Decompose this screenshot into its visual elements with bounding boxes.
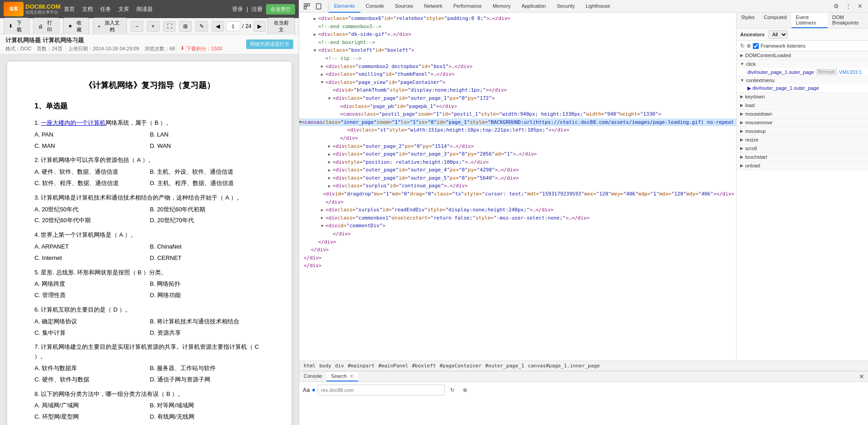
event-header-click[interactable]: ▼ click xyxy=(737,60,868,68)
tab-memory[interactable]: Memory xyxy=(487,0,516,13)
dom-line[interactable]: ▶ <div class="surplus" id="continue_page… xyxy=(299,182,736,190)
search-refresh-icon[interactable]: ↻ xyxy=(447,385,457,395)
nav-tasks[interactable]: 任务 xyxy=(100,5,111,13)
dom-line[interactable]: <canvas class="postil_page" zoom="1" id=… xyxy=(299,110,736,118)
login-link[interactable]: 登录 xyxy=(232,5,243,13)
collapse-icon[interactable]: ▶ xyxy=(328,167,333,173)
breadcrumb-div[interactable]: div xyxy=(333,363,346,369)
event-header-mousedown[interactable]: ▶ mousedown xyxy=(737,110,868,118)
tab-computed[interactable]: Computed xyxy=(759,13,791,28)
grid-button[interactable]: ⊞ xyxy=(179,21,192,32)
page-number-input[interactable] xyxy=(226,21,240,31)
collapse-icon[interactable]: ▶ xyxy=(321,215,325,221)
refresh-icon[interactable]: ↻ xyxy=(740,43,745,49)
nav-library[interactable]: 文库 xyxy=(118,5,129,13)
remove-button[interactable]: Remove xyxy=(816,69,837,75)
event-header-mouseup[interactable]: ▶ mouseup xyxy=(737,127,868,135)
collapse-icon[interactable]: ▶ xyxy=(328,175,333,181)
doc-content[interactable]: 《计算机网络》复习指导（复习题） 1、单选题 1. 一座大楼内的一个计算机网络系… xyxy=(0,54,299,425)
print-button[interactable]: 🖨 打印 xyxy=(33,18,60,35)
fullscreen-button[interactable]: ⛶ xyxy=(163,21,176,32)
dom-line-selected[interactable]: ▼ <canvas class="inner_page" zoom="1" ls… xyxy=(299,118,736,127)
collapse-icon[interactable]: ▶ xyxy=(321,71,325,78)
search-button[interactable]: 在道查巴 xyxy=(266,4,295,15)
event-source-link[interactable]: VM1333:1 xyxy=(839,69,862,75)
dom-line[interactable]: ▶ <div class="commonbox1" onselecstart="… xyxy=(299,214,736,222)
event-header-contextmenu[interactable]: ▼ contextmenu xyxy=(737,76,868,84)
dom-line[interactable]: ▶ <div class="outer_page" id="outer_page… xyxy=(299,166,736,174)
ancestors-select[interactable]: All xyxy=(768,30,788,39)
collapse-icon[interactable]: ▼ xyxy=(314,47,318,54)
tab-lighthouse[interactable]: Lighthouse xyxy=(580,0,616,13)
event-header-domcontentloaded[interactable]: ▶ DOMContentLoaded xyxy=(737,51,868,59)
zoom-out-button[interactable]: − xyxy=(131,21,143,32)
event-header-mousemove[interactable]: ▶ mousemove xyxy=(737,118,868,127)
dom-line[interactable]: ▶ <div class="smilling" id="thumbPanel" … xyxy=(299,70,736,78)
collapse-icon[interactable]: ▼ xyxy=(328,95,333,102)
close-search-icon[interactable]: ✕ xyxy=(349,373,354,379)
zoom-in-button[interactable]: + xyxy=(147,21,160,32)
dom-line[interactable]: </div> xyxy=(299,246,736,254)
breadcrumb-boxleft[interactable]: #boxleft xyxy=(410,363,438,369)
event-header-touchstart[interactable]: ▶ touchstart xyxy=(737,153,868,161)
dom-line[interactable]: <!--end commonbox3--> xyxy=(299,23,736,31)
dom-line[interactable]: <!--end boxright--> xyxy=(299,39,736,47)
tab-styles[interactable]: Styles xyxy=(737,13,759,28)
framework-checkbox[interactable] xyxy=(753,43,759,49)
dom-line[interactable]: </div> xyxy=(299,230,736,238)
mobile-icon[interactable] xyxy=(315,2,323,10)
dom-line[interactable]: ▶ <div class="dk-side-gif" >…</div> xyxy=(299,30,736,39)
search-input[interactable] xyxy=(318,385,445,396)
tab-event-listeners[interactable]: Event Listeners xyxy=(791,13,828,28)
tab-performance[interactable]: Performance xyxy=(448,0,487,13)
dom-line[interactable]: ▶ <div class="outer_page" id="outer_page… xyxy=(299,150,736,158)
event-header-keydown[interactable]: ▶ keydown xyxy=(737,93,868,101)
collapse-icon[interactable]: ▶ xyxy=(321,63,325,69)
dom-line[interactable]: ▶ <div class="outer_page" id="outer_page… xyxy=(299,174,736,182)
search-clear-icon[interactable]: ⊗ xyxy=(460,385,470,395)
stop-icon[interactable]: ⊗ xyxy=(747,43,751,49)
dom-line[interactable]: ▶ <div class="commonbox2 doctopbox" id="… xyxy=(299,63,736,71)
dom-line[interactable]: </div> xyxy=(299,254,736,262)
breadcrumb-body[interactable]: body xyxy=(318,363,334,369)
tab-network[interactable]: Network xyxy=(419,0,448,13)
dom-line[interactable]: </div> xyxy=(299,238,736,246)
dom-line[interactable]: <div class="st" style="width:151px;heigh… xyxy=(299,126,736,134)
nav-reader[interactable]: 阅读器 xyxy=(136,5,153,13)
open-reader-button[interactable]: 用稳壳阅读器打开 xyxy=(246,39,293,49)
inspect-icon[interactable] xyxy=(303,2,311,10)
dom-line[interactable]: ▼ <div class="outer_page" id="outer_page… xyxy=(299,94,736,103)
collapse-icon[interactable]: ▼ xyxy=(321,79,325,85)
dom-line[interactable]: <div id="dragdrop" mv="1" md="0" drag="0… xyxy=(299,190,736,198)
nav-home[interactable]: 首页 xyxy=(64,5,75,13)
dom-line[interactable]: ▶ <div class="outer_page_2" px="0" py="1… xyxy=(299,142,736,151)
collapse-icon[interactable]: ▼ xyxy=(321,223,325,229)
event-header-resize[interactable]: ▶ resize xyxy=(737,136,868,144)
dom-line[interactable]: <div id="blankThumb" style="display:none… xyxy=(299,86,736,94)
dom-line[interactable]: </div> xyxy=(299,134,736,142)
collapse-icon[interactable]: ▶ xyxy=(328,159,333,165)
dom-line[interactable]: ▶ <div class="commonbox6" id="relatebox"… xyxy=(299,15,736,23)
tab-dom-breakpoints[interactable]: DOM Breakpoints xyxy=(828,13,868,28)
nav-docs[interactable]: 文档 xyxy=(82,5,93,13)
tab-console[interactable]: Console xyxy=(360,0,389,13)
bookmark-button[interactable]: ✎ xyxy=(195,21,208,32)
dom-line[interactable]: ▶ <div style="position: relative;height:… xyxy=(299,158,736,166)
dom-line[interactable]: ▼ <div class="page_view" id="pageContain… xyxy=(299,78,736,87)
close-bottom-panel[interactable]: ✕ xyxy=(855,371,868,381)
breadcrumb-html[interactable]: html xyxy=(302,363,318,369)
prev-page-button[interactable]: ◀ xyxy=(212,21,224,32)
dom-line[interactable]: ▶ <div class="surplus" id="readEndDiv" s… xyxy=(299,206,736,214)
dom-line[interactable]: </div> xyxy=(299,262,736,270)
tab-bottom-console[interactable]: Console xyxy=(299,372,326,381)
dom-line[interactable]: ▼ <div id="commentDiv" > xyxy=(299,222,736,230)
breadcrumb-mainpanel[interactable]: #mainPanel xyxy=(376,363,410,369)
download-button[interactable]: ⬇ 下载 xyxy=(4,18,29,35)
dom-line[interactable]: <div class="page_pb" id="pagepb_1" ></di… xyxy=(299,103,736,111)
dom-tree[interactable]: ▶ <div class="commonbox6" id="relatebox"… xyxy=(299,13,737,361)
collect-button[interactable]: ★ 收藏 xyxy=(63,18,89,35)
settings-icon[interactable]: ⚙ xyxy=(832,2,841,11)
event-header-load[interactable]: ▶ load xyxy=(737,101,868,109)
collapse-icon[interactable]: ▶ xyxy=(314,31,318,38)
dom-line[interactable]: </div> xyxy=(299,198,736,206)
